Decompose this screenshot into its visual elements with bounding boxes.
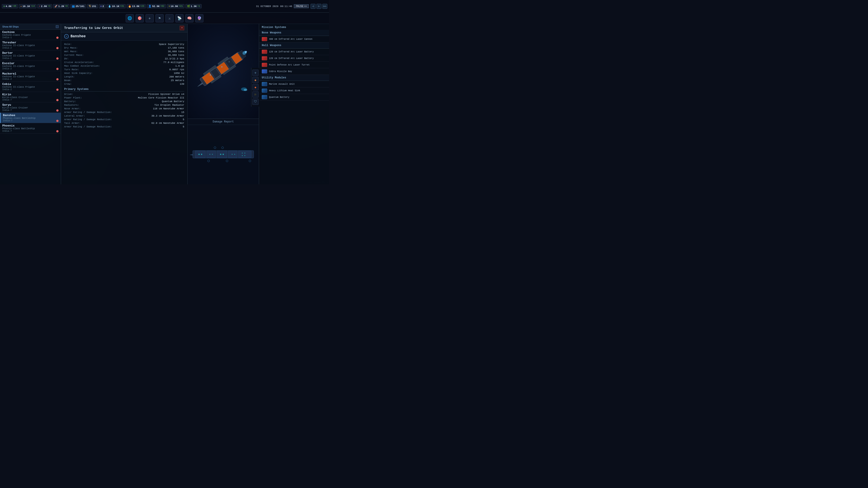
top-bar-right: 31 OCTOBER 2029 00:11:46 PAUSE >> ◁ ▷ ▷▷ bbox=[256, 4, 327, 9]
svg-point-40 bbox=[226, 160, 228, 162]
ship-class-cochino: Cochino-class Frigate bbox=[2, 34, 59, 36]
panel-title-bar: Transferring to Low Ceres Orbit × bbox=[61, 24, 187, 32]
ship-name-phoenix: Phoenix bbox=[2, 124, 59, 127]
ship-name-soryu: Soryu bbox=[2, 103, 59, 107]
armor-rating1-row: Armor Rating / Damage Reduction: 15 bbox=[64, 110, 184, 114]
nav-flight[interactable]: ✈ bbox=[146, 14, 154, 22]
module-icon-1 bbox=[262, 89, 267, 93]
svg-rect-25 bbox=[228, 151, 237, 158]
resource-item-8: 🔥13.8K+23 bbox=[127, 4, 146, 8]
speed-forward-button[interactable]: ▷▷ bbox=[322, 4, 327, 9]
show-all-checkbox[interactable] bbox=[56, 25, 59, 28]
heat-sink-row: Heat Sink Capacity: 1050 GJ bbox=[64, 71, 184, 75]
hull-weapon-3: Cobra Missile Bay bbox=[259, 68, 329, 75]
cruise-accel-value: 77.9 milligees bbox=[163, 61, 184, 64]
ship-svg-container bbox=[188, 24, 259, 119]
ship-name-darter: Darter bbox=[2, 51, 59, 55]
ship-fleet-escolar: India-2 bbox=[2, 68, 59, 70]
nose-weapons-header: Nose Weapons bbox=[259, 30, 329, 36]
ship-list-item-kirin[interactable]: Kirin Kirin-class Cruiser India-7 bbox=[0, 92, 61, 102]
beam-value: 25 meters bbox=[171, 79, 184, 82]
nav-target[interactable]: 🎯 bbox=[135, 14, 144, 22]
svg-point-30 bbox=[212, 154, 213, 155]
side-icon-diamond2: ◆ bbox=[252, 84, 258, 90]
dry-mass-value: 17,168 tons bbox=[168, 46, 184, 49]
nav-globe[interactable]: 🌐 bbox=[126, 14, 134, 22]
svg-point-28 bbox=[201, 154, 202, 155]
lateral-armor-row: Lateral Armor: 39.3 cm Nanotube Armor bbox=[64, 114, 184, 118]
tail-armor-label: Tail Armor: bbox=[64, 122, 81, 125]
dv-row: DV: 22.3/22.3 kps bbox=[64, 57, 184, 61]
ship-list-item-soryu[interactable]: Soryu Kirin-class Cruiser India-7 bbox=[0, 102, 61, 113]
speed-back-button[interactable]: ◁ bbox=[311, 4, 315, 9]
resource-item-3: 🚀1.2K+0 bbox=[53, 4, 69, 8]
ship-class-kirin: Kirin-class Cruiser bbox=[2, 96, 59, 99]
beam-row: Beam: 25 meters bbox=[64, 78, 184, 82]
ship-list-item-cobia[interactable]: Cobia Cochino II-class Frigate India-2 bbox=[0, 82, 61, 92]
hull-weapon-name-0: 120 cm Infrared Arc Laser Battery bbox=[269, 51, 314, 53]
panel-title: Transferring to Low Ceres Orbit bbox=[64, 26, 123, 30]
heat-sink-label: Heat Sink Capacity: bbox=[64, 72, 92, 74]
nav-brain[interactable]: 🧠 bbox=[185, 14, 193, 22]
radiators-row: Radiators: Tin Droplet Radiator bbox=[64, 103, 184, 107]
cruise-accel-row: Cruise Acceleration: 77.9 milligees bbox=[64, 61, 184, 64]
hull-weapon-icon-0 bbox=[262, 50, 267, 54]
pause-button[interactable]: PAUSE >> bbox=[294, 4, 309, 8]
wet-mass-value: 36,668 tons bbox=[168, 50, 184, 53]
module-name-0: Marine Assault Unit bbox=[269, 83, 295, 86]
module-name-2: Quantum Battery bbox=[269, 96, 289, 98]
content-area: Show All Ships Cochino Cochino-class Fri… bbox=[0, 24, 329, 184]
ship-list-item-escolar[interactable]: Escolar Cochino II-class Frigate India-2 bbox=[0, 61, 61, 71]
ship-fleet-cochino: India-1 bbox=[2, 36, 59, 39]
ship-status-dot-darter bbox=[56, 57, 59, 60]
svg-rect-24 bbox=[217, 151, 227, 158]
svg-point-29 bbox=[209, 154, 211, 155]
resource-list: ☢4.8K+35✦16.1K+14⚡2.8K+3🚀1.2K+0👥25/101🏗1… bbox=[2, 4, 256, 8]
nav-flag[interactable]: ⚑ bbox=[156, 14, 164, 22]
nose-weapons-list: 480 cm Infrared Arc Laser Cannon bbox=[259, 36, 329, 42]
hull-weapons-header: Hull Weapons bbox=[259, 42, 329, 48]
max-combat-value: 1.6 gs bbox=[175, 65, 184, 67]
side-icon-faction[interactable]: ⚜ bbox=[252, 70, 258, 76]
hull-weapon-0: 120 cm Infrared Arc Laser Battery bbox=[259, 48, 329, 55]
close-button[interactable]: × bbox=[180, 26, 184, 30]
nose-weapon-0: 480 cm Infrared Arc Laser Cannon bbox=[259, 36, 329, 42]
mission-systems-title: Mission Systems bbox=[259, 24, 329, 30]
show-all-ships-button[interactable]: Show All Ships bbox=[2, 25, 19, 28]
damage-diagram-svg bbox=[188, 138, 259, 170]
ship-name-banshee: Banshee bbox=[3, 113, 59, 117]
ship-list-item-phoenix[interactable]: Phoenix Phoenix-class Battleship India-7 bbox=[0, 123, 61, 133]
nav-research[interactable]: 🔮 bbox=[195, 14, 204, 22]
side-icon-shield[interactable]: 🛡 bbox=[252, 98, 258, 105]
ship-list-item-darter[interactable]: Darter Cochino II-class Frigate India-2 bbox=[0, 51, 61, 61]
lateral-armor-label: Lateral Armor: bbox=[64, 115, 85, 117]
armor-rating3-value: 5 bbox=[183, 125, 184, 128]
armor-rating2-value: 5 bbox=[183, 118, 184, 121]
svg-rect-26 bbox=[239, 151, 251, 158]
current-mass-value: 36,668 tons bbox=[168, 54, 184, 57]
ship-status-dot-phoenix bbox=[56, 130, 59, 132]
speed-play-button[interactable]: ▷ bbox=[316, 4, 321, 9]
nav-combat[interactable]: ⚔ bbox=[165, 14, 174, 22]
radiators-label: Radiators: bbox=[64, 104, 79, 106]
turn-rate-label: Turn Rate: bbox=[64, 68, 79, 71]
ship-list-container: Cochino Cochino-class Frigate India-1 Th… bbox=[0, 30, 61, 133]
ship-list-item-mackerel[interactable]: Mackerel Cochino II-class Frigate India-… bbox=[0, 71, 61, 82]
ship-class-soryu: Kirin-class Cruiser bbox=[2, 107, 59, 109]
ship-list-item-banshee[interactable]: Banshee Phoenix-class Battleship India-7 bbox=[0, 113, 61, 123]
resource-item-1: ✦16.1K+14 bbox=[19, 4, 36, 8]
utility-module-1: Heavy Lithium Heat Sink bbox=[259, 88, 329, 94]
nav-comms[interactable]: 📡 bbox=[176, 14, 184, 22]
svg-point-27 bbox=[198, 154, 200, 155]
ship-info-panel: Transferring to Low Ceres Orbit × ◎ Bans… bbox=[61, 24, 188, 184]
armor-rating1-label: Armor Rating / Damage Reduction: bbox=[64, 111, 112, 113]
ship-list-item-thresher[interactable]: Thresher Cochino II-class Frigate India-… bbox=[0, 40, 61, 51]
svg-point-32 bbox=[223, 154, 224, 155]
ship-list-item-cochino[interactable]: Cochino Cochino-class Frigate India-1 bbox=[0, 30, 61, 40]
damage-diagram bbox=[188, 125, 259, 184]
current-mass-label: Current Mass: bbox=[64, 54, 84, 57]
length-label: Length: bbox=[64, 75, 74, 78]
ship-class-thresher: Cochino II-class Frigate bbox=[2, 44, 59, 47]
crew-value: 139 bbox=[180, 83, 184, 86]
ship-status-dot-kirin bbox=[56, 99, 59, 101]
